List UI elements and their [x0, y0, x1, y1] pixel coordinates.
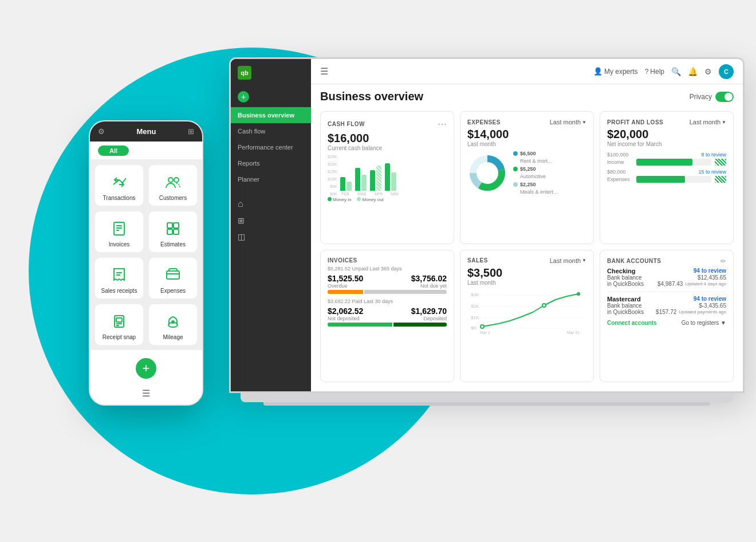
- goto-registers-link[interactable]: Go to registers ▼: [682, 320, 726, 326]
- phone-fab-button[interactable]: +: [136, 358, 156, 379]
- cash-flow-more[interactable]: ⋯: [438, 119, 447, 129]
- checking-qb-value: $4,987.43 Updated 4 days ago: [657, 281, 726, 287]
- invoices-title: INVOICES: [328, 257, 357, 264]
- expenses-bar-striped: [715, 176, 726, 183]
- connect-accounts-link[interactable]: Connect accounts: [607, 320, 657, 326]
- phone-item-invoices[interactable]: Invoices: [94, 211, 144, 253]
- phone-item-transactions[interactable]: Transactions: [94, 164, 144, 206]
- bank-edit-icon[interactable]: ✏: [720, 257, 726, 265]
- sidebar-add-button[interactable]: +: [238, 91, 249, 103]
- deposited-section: $1,629.70 Deposited: [411, 307, 447, 321]
- help-button[interactable]: ? Help: [645, 68, 664, 76]
- expenses-amount: $14,000: [467, 128, 586, 141]
- svg-point-36: [542, 304, 546, 307]
- sales-card: SALES Last month ▼ $3,500 Last month $3K: [460, 250, 594, 383]
- expenses-card: EXPENSES Last month ▼ $14,000 Last month: [460, 111, 594, 244]
- phone-item-mileage[interactable]: Mileage: [148, 304, 198, 345]
- laptop-foot: [263, 402, 710, 406]
- sidebar-home-icon[interactable]: ⌂: [238, 199, 304, 209]
- not-due-bar: [364, 290, 447, 294]
- chart-legend: Money in Money out: [328, 197, 447, 202]
- topbar-hamburger-icon[interactable]: ☰: [320, 66, 328, 77]
- phone-item-customers[interactable]: Customers: [148, 164, 198, 206]
- not-deposited-section: $2,062.52 Not deposited: [328, 307, 363, 321]
- phone-item-expenses[interactable]: Expenses: [148, 257, 198, 299]
- experts-icon: 👤: [593, 67, 603, 76]
- checking-bank-label: Bank balance: [607, 274, 642, 281]
- pl-subtitle: Net income for March: [607, 141, 726, 147]
- phone-hamburger-icon: ☰: [142, 388, 150, 398]
- phone-filter-all[interactable]: All: [98, 146, 129, 156]
- bar-feb: [340, 177, 352, 191]
- laptop-base: [241, 393, 733, 402]
- expenses-title: EXPENSES: [467, 119, 501, 125]
- phone-filter-bar: All: [90, 142, 202, 160]
- search-icon[interactable]: 🔍: [671, 67, 681, 76]
- mastercard-qb-value: $157.72 Updated payments ago: [656, 309, 726, 315]
- bar-may: [385, 163, 396, 191]
- phone-item-receipt-snap[interactable]: Receipt snap: [94, 304, 144, 345]
- overdue-bar: [328, 290, 363, 294]
- sidebar-item-cash-flow[interactable]: Cash flow: [231, 123, 311, 139]
- expenses-review-badge[interactable]: 15 to review: [698, 169, 726, 175]
- mastercard-bank-label: Bank balance: [607, 303, 642, 309]
- phone-item-sales-receipts[interactable]: Sales receipts: [94, 257, 144, 299]
- my-experts-button[interactable]: 👤 My experts: [593, 67, 638, 76]
- svg-text:$1K: $1K: [471, 315, 479, 320]
- bar-mar: [355, 168, 367, 191]
- expenses-subtitle: Last month: [467, 141, 586, 147]
- privacy-toggle[interactable]: Privacy: [690, 92, 734, 102]
- svg-text:$3K: $3K: [471, 292, 479, 297]
- checking-review[interactable]: 94 to review: [694, 268, 726, 274]
- phone-grid: Transactions Customers: [90, 160, 202, 350]
- expense-item-meals: $2,250: [513, 182, 558, 187]
- main-content: ☰ 👤 My experts ? Help 🔍 🔔 ⚙: [311, 59, 743, 391]
- expenses-period-dropdown[interactable]: Last month ▼: [550, 119, 586, 125]
- sidebar-chart-icon[interactable]: ◫: [238, 232, 304, 241]
- pl-header: PROFIT AND LOSS Last month ▼: [607, 119, 726, 125]
- chart-x-labels: FEB MAR APR MAY: [341, 192, 447, 196]
- not-due-section: $3,756.02 Not due yet: [411, 274, 447, 289]
- invoices-header: INVOICES: [328, 257, 447, 264]
- mobile-phone: ⚙ Menu ⊞ All Transactions: [89, 120, 203, 406]
- pl-dropdown-arrow: ▼: [722, 120, 726, 125]
- sales-dropdown-arrow: ▼: [582, 258, 586, 263]
- auto-label: Automotive: [520, 174, 558, 179]
- checking-account: Checking 94 to review Bank balance $12,4…: [607, 268, 726, 287]
- page-title: Business overview: [320, 90, 423, 103]
- settings-icon[interactable]: ⚙: [704, 67, 712, 76]
- expenses-header: EXPENSES Last month ▼: [467, 119, 586, 125]
- sidebar-item-performance[interactable]: Performance center: [231, 139, 311, 155]
- sales-title: SALES: [467, 257, 488, 264]
- phone-monitor-icon: ⊞: [188, 127, 194, 136]
- mastercard-review[interactable]: 94 to review: [694, 296, 726, 303]
- sidebar-item-planner[interactable]: Planner: [231, 171, 311, 187]
- income-bar-fill: [636, 159, 692, 166]
- paid-amounts: $2,062.52 Not deposited $1,629.70 Deposi…: [328, 307, 447, 321]
- sales-period-dropdown[interactable]: Last month ▼: [550, 257, 586, 264]
- pl-period-dropdown[interactable]: Last month ▼: [690, 119, 726, 125]
- cash-flow-amount: $16,000: [328, 132, 447, 145]
- laptop: qb + Business overview Cash flow Perform…: [229, 57, 745, 406]
- help-icon: ?: [645, 68, 649, 76]
- svg-rect-9: [174, 223, 179, 228]
- bell-icon[interactable]: 🔔: [688, 67, 698, 76]
- phone-gear-icon: ⚙: [98, 127, 105, 136]
- checking-qb-row: in QuickBooks $4,987.43 Updated 4 days a…: [607, 281, 726, 287]
- paid-label: $3,692.22 Paid Last 30 days: [328, 299, 447, 304]
- income-bar-striped: [715, 159, 726, 166]
- sidebar-item-reports[interactable]: Reports: [231, 155, 311, 171]
- dashboard-grid: CASH FLOW ⋯ $16,000 Current cash balance…: [311, 107, 743, 391]
- privacy-switch[interactable]: [715, 92, 734, 102]
- income-review-badge[interactable]: 8 to review: [701, 152, 726, 158]
- unpaid-amounts: $1,525.50 Overdue $3,756.02 Not due yet: [328, 274, 447, 289]
- sidebar-item-business-overview[interactable]: Business overview: [231, 107, 311, 123]
- sidebar-building-icon[interactable]: ⊞: [238, 216, 304, 225]
- user-avatar[interactable]: C: [719, 64, 734, 79]
- pl-expenses-row: Expenses: [607, 176, 726, 183]
- expenses-donut-chart: [467, 153, 507, 193]
- phone-item-estimates[interactable]: Estimates: [148, 211, 198, 253]
- svg-point-3: [174, 178, 179, 182]
- mastercard-name-row: Mastercard 94 to review: [607, 296, 726, 303]
- qb-logo: qb: [238, 66, 251, 80]
